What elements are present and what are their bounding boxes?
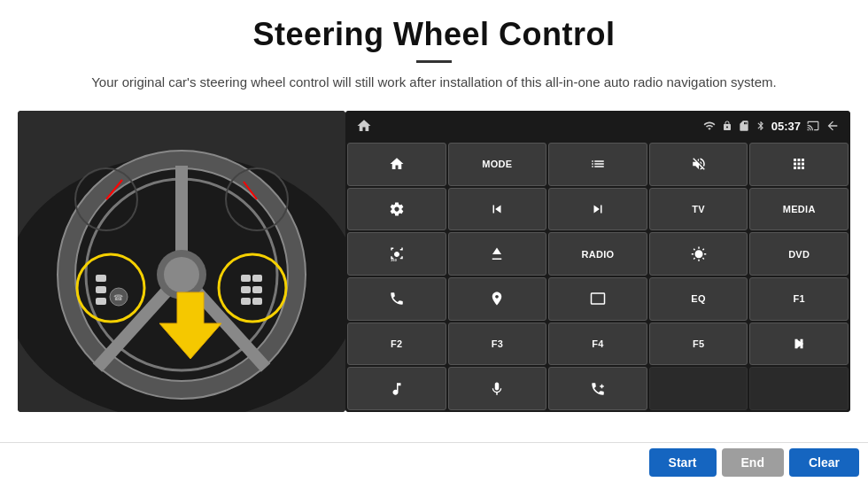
btn-f5[interactable]: F5 (649, 323, 748, 366)
btn-tv[interactable]: TV (649, 188, 748, 231)
svg-point-9 (164, 257, 199, 292)
bluetooth-icon (756, 119, 766, 133)
btn-list[interactable] (548, 143, 647, 186)
svg-rect-18 (96, 298, 106, 305)
btn-brightness[interactable] (649, 232, 748, 276)
btn-call[interactable] (548, 367, 647, 410)
btn-360cam[interactable]: 360 (347, 232, 446, 276)
status-bar-right: 05:37 (702, 119, 840, 133)
btn-playpause[interactable] (749, 323, 849, 366)
btn-f1[interactable]: F1 (749, 277, 849, 321)
page-title: Steering Wheel Control (35, 16, 833, 53)
btn-music[interactable] (347, 367, 446, 410)
back-icon (825, 119, 840, 133)
status-time: 05:37 (771, 120, 801, 133)
wifi-icon (702, 120, 717, 132)
btn-home[interactable] (347, 143, 446, 186)
btn-prev[interactable] (448, 188, 547, 231)
btn-eq[interactable]: EQ (649, 277, 748, 321)
status-bar: 05:37 (345, 111, 850, 141)
btn-f2[interactable]: F2 (347, 323, 446, 366)
svg-rect-21 (241, 275, 251, 282)
svg-rect-25 (241, 298, 251, 305)
btn-dvd[interactable]: DVD (749, 232, 849, 276)
svg-text:☎: ☎ (113, 293, 123, 302)
button-grid: MODE (345, 141, 850, 412)
svg-rect-17 (96, 286, 106, 293)
btn-settings[interactable] (347, 188, 446, 231)
btn-mode[interactable]: MODE (448, 143, 547, 186)
header-description: Your original car's steering wheel contr… (35, 72, 833, 93)
btn-empty1 (649, 367, 748, 410)
btn-eject[interactable] (448, 232, 547, 276)
end-button[interactable]: End (722, 448, 784, 477)
svg-rect-22 (252, 275, 262, 282)
header-section: Steering Wheel Control Your original car… (0, 0, 868, 102)
btn-screen[interactable] (548, 277, 647, 321)
svg-rect-16 (96, 275, 106, 282)
btn-f4[interactable]: F4 (548, 323, 647, 366)
home-status-icon (356, 118, 372, 134)
start-button[interactable]: Start (649, 448, 717, 477)
btn-empty2 (749, 367, 849, 410)
bottom-bar: Start End Clear (0, 442, 868, 482)
clear-button[interactable]: Clear (789, 448, 859, 477)
btn-apps[interactable] (749, 143, 849, 186)
page-container: Steering Wheel Control Your original car… (0, 0, 868, 482)
btn-mute[interactable] (649, 143, 748, 186)
btn-media[interactable]: MEDIA (749, 188, 849, 231)
btn-nav[interactable] (448, 277, 547, 321)
svg-rect-24 (252, 286, 262, 293)
steering-wheel-image: ☎ (18, 111, 345, 412)
status-bar-left (356, 118, 372, 134)
control-panel: 05:37 MODE (345, 111, 850, 412)
main-content: ☎ (0, 102, 868, 421)
sd-icon (738, 120, 750, 132)
btn-next[interactable] (548, 188, 647, 231)
btn-radio[interactable]: RADIO (548, 232, 647, 276)
btn-f3[interactable]: F3 (448, 323, 547, 366)
btn-mic[interactable] (448, 367, 547, 410)
title-divider (416, 60, 452, 63)
btn-phone[interactable] (347, 277, 446, 321)
lock-icon (722, 120, 732, 132)
cast-icon (806, 120, 820, 132)
svg-text:360: 360 (391, 258, 397, 261)
svg-rect-23 (241, 286, 251, 293)
svg-rect-26 (252, 298, 262, 305)
